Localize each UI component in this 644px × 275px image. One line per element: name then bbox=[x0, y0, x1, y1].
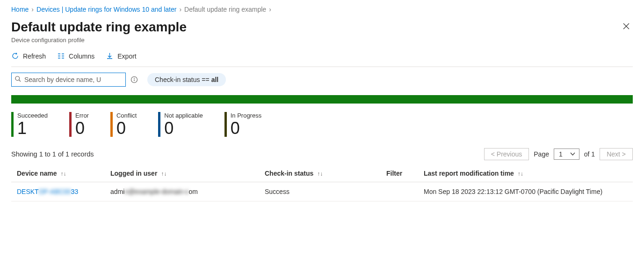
status-stripe bbox=[69, 112, 72, 137]
status-value: 0 bbox=[116, 120, 137, 137]
status-card-not-applicable[interactable]: Not applicable 0 bbox=[158, 112, 203, 137]
col-checkin-status[interactable]: Check-in status ↑↓ bbox=[259, 165, 381, 182]
pagination: < Previous Page 1 of 1 Next > bbox=[484, 148, 633, 160]
status-label: Error bbox=[75, 112, 89, 119]
columns-button[interactable]: Columns bbox=[57, 52, 94, 60]
status-stripe bbox=[158, 112, 160, 137]
breadcrumb-home[interactable]: Home bbox=[11, 6, 29, 13]
summary-bar bbox=[11, 95, 633, 104]
export-button[interactable]: Export bbox=[106, 52, 136, 60]
page-select[interactable]: 1 bbox=[554, 149, 579, 160]
status-card-conflict[interactable]: Conflict 0 bbox=[110, 112, 137, 137]
col-device-name[interactable]: Device name ↑↓ bbox=[11, 165, 105, 182]
refresh-icon bbox=[11, 52, 19, 60]
cell-user: admin@example-domain-com bbox=[105, 182, 259, 201]
close-button[interactable] bbox=[620, 20, 633, 35]
status-card-in-progress[interactable]: In Progress 0 bbox=[224, 112, 261, 137]
chevron-right-icon: › bbox=[31, 6, 34, 13]
export-icon bbox=[106, 52, 114, 60]
status-value: 0 bbox=[164, 120, 203, 137]
cell-status: Success bbox=[259, 182, 381, 201]
search-icon bbox=[14, 75, 22, 84]
device-link[interactable]: DESKTOP-ABC0033 bbox=[17, 188, 78, 195]
page-total: of 1 bbox=[584, 150, 595, 158]
status-value: 0 bbox=[231, 120, 261, 137]
status-card-succeeded[interactable]: Succeeded 1 bbox=[11, 112, 48, 137]
previous-button[interactable]: < Previous bbox=[484, 148, 529, 160]
status-label: Conflict bbox=[116, 112, 137, 119]
export-label: Export bbox=[117, 52, 136, 60]
filter-row: Check-in status == all bbox=[11, 73, 633, 87]
page-title: Default update ring example bbox=[11, 20, 187, 35]
records-count: Showing 1 to 1 of 1 records bbox=[11, 150, 94, 158]
chevron-down-icon bbox=[570, 150, 575, 158]
breadcrumb-current: Default update ring example bbox=[184, 6, 266, 13]
refresh-button[interactable]: Refresh bbox=[11, 52, 46, 60]
columns-label: Columns bbox=[69, 52, 94, 60]
sort-icon: ↑↓ bbox=[161, 171, 166, 177]
next-button[interactable]: Next > bbox=[600, 148, 633, 160]
sort-icon: ↑↓ bbox=[317, 171, 323, 177]
columns-icon bbox=[57, 52, 65, 60]
sort-icon: ↑↓ bbox=[518, 171, 523, 177]
col-filter[interactable]: Filter bbox=[381, 165, 418, 182]
filter-pill-prefix: Check-in status == bbox=[155, 76, 211, 83]
sort-icon: ↑↓ bbox=[61, 171, 66, 177]
page-value: 1 bbox=[559, 150, 563, 158]
breadcrumb-devices[interactable]: Devices | Update rings for Windows 10 an… bbox=[36, 6, 176, 13]
status-stripe bbox=[110, 112, 113, 137]
info-icon[interactable] bbox=[130, 76, 138, 83]
status-value: 1 bbox=[17, 120, 48, 137]
status-cards: Succeeded 1 Error 0 Conflict 0 Not appli… bbox=[11, 112, 633, 137]
cell-time: Mon Sep 18 2023 22:13:12 GMT-0700 (Pacif… bbox=[418, 182, 633, 201]
page-label: Page bbox=[534, 150, 549, 158]
status-label: Succeeded bbox=[17, 112, 48, 119]
device-table: Device name ↑↓ Logged in user ↑↓ Check-i… bbox=[11, 165, 633, 201]
chevron-right-icon: › bbox=[269, 6, 271, 13]
breadcrumb: Home › Devices | Update rings for Window… bbox=[11, 6, 633, 13]
status-stripe bbox=[224, 112, 227, 137]
toolbar: Refresh Columns Export bbox=[11, 44, 633, 67]
refresh-label: Refresh bbox=[23, 52, 46, 60]
filter-pill-value: all bbox=[211, 76, 219, 83]
status-label: Not applicable bbox=[164, 112, 203, 119]
svg-point-2 bbox=[134, 78, 135, 79]
svg-point-0 bbox=[15, 76, 20, 81]
search-box[interactable] bbox=[11, 73, 126, 87]
col-last-report-time[interactable]: Last report modification time ↑↓ bbox=[418, 165, 633, 182]
page-subtitle: Device configuration profile bbox=[11, 37, 187, 44]
status-value: 0 bbox=[75, 120, 89, 137]
status-label: In Progress bbox=[231, 112, 261, 119]
status-card-error[interactable]: Error 0 bbox=[69, 112, 89, 137]
close-icon bbox=[622, 23, 630, 31]
status-stripe bbox=[11, 112, 14, 137]
filter-pill-checkin-status[interactable]: Check-in status == all bbox=[147, 73, 226, 86]
chevron-right-icon: › bbox=[179, 6, 181, 13]
table-row[interactable]: DESKTOP-ABC0033 admin@example-domain-com… bbox=[11, 182, 633, 201]
search-input[interactable] bbox=[22, 76, 123, 83]
cell-filter bbox=[381, 182, 418, 201]
col-logged-in-user[interactable]: Logged in user ↑↓ bbox=[105, 165, 259, 182]
